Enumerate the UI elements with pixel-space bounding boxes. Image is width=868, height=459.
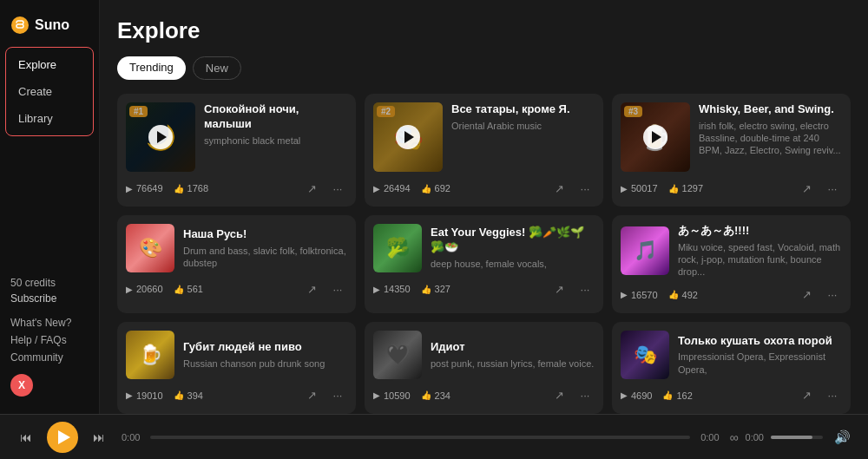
regular-song-card[interactable]: 🎵 あ～あ～あ!!!! Miku voice, speed fast, Voca… [612, 215, 851, 313]
sidebar-item-library[interactable]: Library [6, 105, 93, 132]
thumb-emoji: 🎭 [634, 344, 657, 366]
play-count-value: 14350 [384, 284, 411, 294]
play-count-value: 76649 [136, 183, 163, 193]
whats-new-link[interactable]: What's New? [10, 317, 89, 329]
play-count: ▶ 19010 [126, 390, 163, 401]
play-icon: ▶ [373, 184, 380, 193]
like-count: 👍 327 [421, 284, 450, 294]
sidebar-item-create[interactable]: Create [6, 78, 93, 105]
card-top: 🖤 Идиот post punk, russian lyrics, femal… [373, 331, 595, 379]
like-count: 👍 561 [174, 284, 203, 294]
card-stats: ▶ 20660 👍 561 ↗ ··· [126, 279, 347, 298]
play-count-value: 19010 [136, 390, 163, 401]
play-count: ▶ 14350 [373, 284, 411, 294]
more-button[interactable]: ··· [328, 179, 347, 198]
more-button[interactable]: ··· [328, 279, 347, 298]
credits-display: 50 credits [10, 277, 89, 289]
play-button[interactable] [148, 125, 173, 149]
suno-logo-icon [10, 16, 30, 35]
featured-song-card[interactable]: 🎭 #2 Все татары, кроме Я. Oriental Arabi… [365, 94, 603, 207]
like-count: 👍 1768 [174, 183, 208, 193]
like-icon: 👍 [421, 184, 431, 193]
tabs-bar: Trending New [117, 56, 851, 80]
card-stats: ▶ 14350 👍 327 ↗ ··· [373, 279, 595, 298]
card-info: Идиот post punk, russian lyrics, female … [431, 340, 595, 370]
sidebar-item-explore[interactable]: Explore [6, 51, 93, 78]
subscribe-button[interactable]: Subscribe [10, 292, 89, 305]
card-top: 🎨 Наша Русь! Drum and bass, slavic folk,… [126, 224, 347, 272]
regular-song-card[interactable]: 🍺 Губит людей не пиво Russian chanson pu… [117, 322, 356, 414]
more-button[interactable]: ··· [328, 386, 347, 405]
card-actions: ↗ ··· [549, 179, 595, 198]
main-content: Explore Trending New 🌙 #1 Спокойной ночи… [100, 0, 868, 414]
share-button[interactable]: ↗ [549, 386, 569, 405]
svg-point-0 [11, 16, 29, 34]
play-overlay[interactable] [621, 102, 690, 172]
like-count: 👍 492 [668, 290, 698, 300]
share-button[interactable]: ↗ [302, 279, 321, 298]
play-overlay[interactable] [126, 102, 195, 172]
skip-back-button[interactable]: ⏮ [14, 425, 38, 449]
play-overlay[interactable] [373, 102, 443, 172]
song-thumbnail: 🍺 [126, 331, 174, 379]
like-count: 👍 234 [421, 390, 450, 401]
tab-trending[interactable]: Trending [117, 56, 186, 80]
play-icon: ▶ [126, 285, 133, 294]
card-top: 🌙 #1 Спокойной ночи, малыши symphonic bl… [126, 102, 347, 172]
infinity-icon[interactable]: ∞ [730, 430, 739, 444]
play-button[interactable] [643, 125, 667, 149]
app-name: Suno [35, 17, 69, 33]
community-link[interactable]: Community [10, 351, 89, 364]
share-button[interactable]: ↗ [797, 285, 816, 305]
regular-song-card[interactable]: 🎭 Только кушать охота порой Impressionis… [612, 322, 851, 414]
play-button[interactable] [396, 125, 420, 149]
play-icon: ▶ [126, 184, 133, 193]
share-button[interactable]: ↗ [302, 179, 321, 198]
volume-bar[interactable] [771, 436, 823, 439]
player-controls: ⏮ ⏭ [14, 422, 111, 453]
share-button[interactable]: ↗ [549, 279, 569, 298]
card-stats: ▶ 16570 👍 492 ↗ ··· [621, 285, 842, 305]
featured-song-card[interactable]: 🍺 #3 Whisky, Beer, and Swing. irish folk… [612, 94, 851, 207]
play-icon: ▶ [621, 184, 628, 193]
more-button[interactable]: ··· [823, 386, 842, 405]
help-faqs-link[interactable]: Help / FAQs [10, 334, 89, 346]
thumb-emoji: 🥦 [386, 237, 410, 259]
card-stats: ▶ 19010 👍 394 ↗ ··· [126, 386, 347, 405]
more-button[interactable]: ··· [575, 279, 595, 298]
card-info: Только кушать охота порой Impressionist … [678, 334, 842, 376]
volume-icon[interactable]: 🔊 [830, 425, 854, 449]
regular-song-card[interactable]: 🖤 Идиот post punk, russian lyrics, femal… [365, 322, 603, 414]
regular-song-card[interactable]: 🎨 Наша Русь! Drum and bass, slavic folk,… [117, 215, 356, 313]
like-icon: 👍 [668, 290, 679, 299]
more-button[interactable]: ··· [823, 179, 842, 198]
song-title: Спокойной ночи, малыши [204, 102, 347, 132]
song-title: Идиот [431, 340, 595, 355]
tab-new[interactable]: New [193, 56, 241, 80]
card-top: 🍺 Губит людей не пиво Russian chanson pu… [126, 331, 347, 379]
like-count-value: 162 [676, 390, 692, 401]
song-genre: symphonic black metal [204, 134, 347, 147]
more-button[interactable]: ··· [575, 179, 595, 198]
user-avatar[interactable]: X [10, 374, 33, 397]
time-end: 0:00 [700, 432, 719, 443]
card-top: 🍺 #3 Whisky, Beer, and Swing. irish folk… [621, 102, 842, 172]
progress-bar[interactable] [150, 436, 690, 439]
share-button[interactable]: ↗ [797, 386, 816, 405]
like-count-value: 394 [187, 390, 203, 401]
song-title: Наша Русь! [183, 227, 347, 242]
play-count: ▶ 26494 [373, 183, 411, 193]
song-genre: deep house, female vocals, [431, 258, 595, 270]
featured-song-card[interactable]: 🌙 #1 Спокойной ночи, малыши symphonic bl… [117, 94, 356, 207]
more-button[interactable]: ··· [823, 285, 842, 305]
thumb-emoji: 🎨 [139, 237, 162, 259]
share-button[interactable]: ↗ [302, 386, 321, 405]
play-pause-button[interactable] [47, 422, 78, 453]
regular-song-card[interactable]: 🥦 Eat Your Veggies! 🥦🥕🌿🌱🥦🥗 deep house, f… [365, 215, 603, 313]
song-genre: post punk, russian lyrics, female voice. [431, 357, 595, 370]
share-button[interactable]: ↗ [797, 179, 816, 198]
card-info: Наша Русь! Drum and bass, slavic folk, f… [183, 227, 347, 269]
skip-forward-button[interactable]: ⏭ [87, 425, 111, 449]
share-button[interactable]: ↗ [549, 179, 569, 198]
more-button[interactable]: ··· [575, 386, 595, 405]
